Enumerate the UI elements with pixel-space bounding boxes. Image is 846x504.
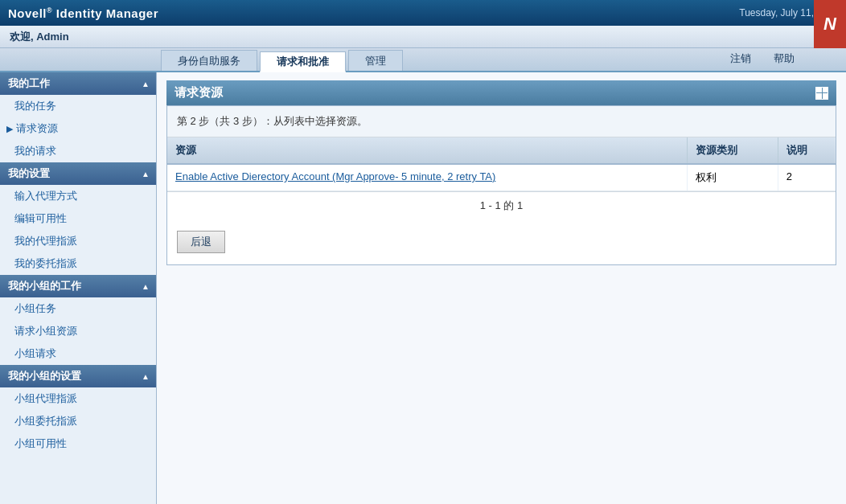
sidebar-item-request-resources-label: 请求资源 — [16, 121, 58, 136]
nav-actions: 注销 帮助 — [719, 47, 846, 71]
sidebar: 我的工作 ▲ 我的任务 ▶ 请求资源 我的请求 我的设置 ▲ 输入代理方式 编辑… — [0, 72, 157, 504]
novell-n-logo: N — [814, 0, 846, 48]
col-header-resource: 资源 — [167, 137, 688, 164]
maximize-icon[interactable] — [815, 87, 828, 100]
sidebar-item-my-proxy[interactable]: 我的委托指派 — [0, 252, 156, 275]
sidebar-section-my-settings-label: 我的设置 — [8, 166, 50, 181]
col-header-resource-type: 资源类别 — [688, 137, 778, 164]
sidebar-item-group-availability[interactable]: 小组可用性 — [0, 432, 156, 455]
page-title: 请求资源 — [175, 85, 223, 100]
cell-description: 2 — [778, 164, 836, 191]
tab-manage[interactable]: 管理 — [348, 50, 403, 71]
col-header-description: 说明 — [778, 137, 836, 164]
header: Novell® Identity Manager Tuesday, July 1… — [0, 0, 846, 26]
table-header-row: 资源 资源类别 说明 — [167, 137, 836, 164]
sidebar-item-my-requests[interactable]: 我的请求 — [0, 140, 156, 162]
sidebar-section-my-work[interactable]: 我的工作 ▲ — [0, 72, 156, 95]
collapse-icon-my-work: ▲ — [142, 80, 150, 88]
content-panel: 第 2 步（共 3 步）：从列表中选择资源。 资源 资源类别 说明 En — [166, 105, 836, 265]
welcome-bar: 欢迎, Admin — [0, 26, 846, 48]
sidebar-item-group-tasks[interactable]: 小组任务 — [0, 297, 156, 320]
sidebar-item-group-proxy[interactable]: 小组委托指派 — [0, 410, 156, 432]
cell-resource-type: 权利 — [688, 164, 778, 191]
table-row: Enable Active Dierectory Account (Mgr Ap… — [167, 164, 836, 191]
resource-table: 资源 资源类别 说明 Enable Active Dierectory Acco… — [167, 137, 836, 191]
collapse-icon-group-work: ▲ — [142, 282, 150, 291]
sidebar-section-group-work-label: 我的小组的工作 — [8, 279, 81, 293]
sidebar-section-group-work[interactable]: 我的小组的工作 ▲ — [0, 275, 156, 297]
pagination-text: 1 - 1 的 1 — [167, 191, 836, 219]
header-logo: Novell® Identity Manager — [8, 6, 158, 20]
logout-button[interactable]: 注销 — [719, 48, 762, 69]
icon-cell-3 — [816, 93, 822, 99]
resource-link[interactable]: Enable Active Dierectory Account (Mgr Ap… — [175, 170, 495, 182]
product-name: Identity Manager — [52, 6, 158, 20]
welcome-text: 欢迎, Admin — [10, 30, 69, 44]
sidebar-section-group-settings[interactable]: 我的小组的设置 ▲ — [0, 365, 156, 387]
sidebar-section-my-settings[interactable]: 我的设置 ▲ — [0, 162, 156, 185]
step-text: 第 2 步（共 3 步）：从列表中选择资源。 — [167, 106, 836, 137]
sidebar-item-group-delegate[interactable]: 小组代理指派 — [0, 387, 156, 410]
sidebar-item-group-requests[interactable]: 小组请求 — [0, 342, 156, 365]
icon-cell-2 — [823, 88, 828, 93]
sidebar-item-edit-availability[interactable]: 编辑可用性 — [0, 207, 156, 230]
sidebar-item-my-tasks[interactable]: 我的任务 — [0, 95, 156, 117]
header-logo-text: Novell® Identity Manager — [8, 6, 158, 20]
collapse-icon-group-settings: ▲ — [142, 372, 150, 381]
icon-cell-4 — [823, 93, 828, 99]
sidebar-section-my-work-label: 我的工作 — [8, 76, 50, 91]
arrow-icon: ▶ — [6, 124, 13, 134]
sidebar-section-group-settings-label: 我的小组的设置 — [8, 369, 81, 383]
collapse-icon-my-settings: ▲ — [142, 170, 150, 178]
cell-resource-name: Enable Active Dierectory Account (Mgr Ap… — [167, 164, 688, 191]
tab-self-service[interactable]: 身份自助服务 — [161, 50, 257, 71]
sidebar-item-request-group-resources[interactable]: 请求小组资源 — [0, 320, 156, 342]
icon-cell-1 — [816, 88, 822, 93]
sidebar-item-input-proxy[interactable]: 输入代理方式 — [0, 185, 156, 207]
back-button[interactable]: 后退 — [177, 231, 225, 253]
back-button-area: 后退 — [167, 219, 836, 264]
nav-bar: 身份自助服务 请求和批准 管理 注销 帮助 — [0, 48, 846, 72]
sidebar-item-my-delegate[interactable]: 我的代理指派 — [0, 230, 156, 252]
tab-request-approve[interactable]: 请求和批准 — [260, 51, 346, 72]
main-layout: 我的工作 ▲ 我的任务 ▶ 请求资源 我的请求 我的设置 ▲ 输入代理方式 编辑… — [0, 72, 846, 504]
sidebar-item-request-resources[interactable]: ▶ 请求资源 — [0, 117, 156, 140]
logo-novell: Novell — [8, 6, 47, 20]
help-button[interactable]: 帮助 — [762, 48, 806, 69]
content-area: 请求资源 第 2 步（共 3 步）：从列表中选择资源。 资源 资源类别 — [157, 72, 846, 504]
page-title-bar: 请求资源 — [166, 80, 836, 105]
